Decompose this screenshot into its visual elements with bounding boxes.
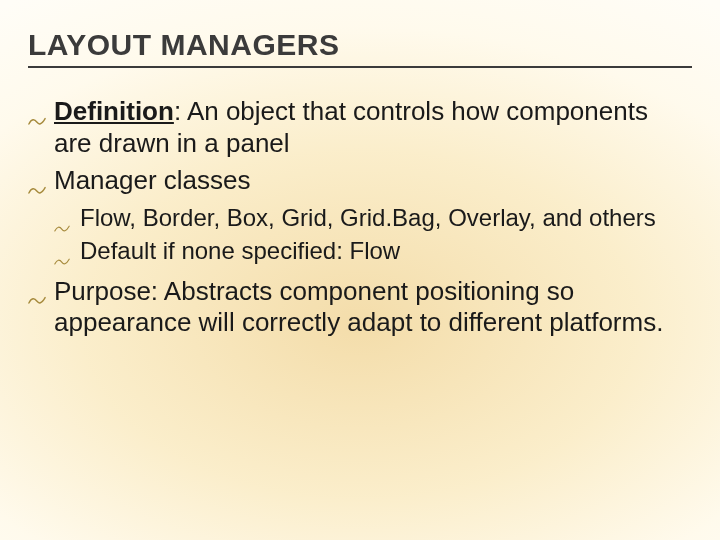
sub-bullet-list: Flow, Border, Box, Grid, Grid.Bag, Overl…	[54, 203, 692, 266]
bullet-purpose: Purpose: Abstracts component positioning…	[28, 276, 692, 339]
slide: LAYOUT MANAGERS Definition: An object th…	[0, 0, 720, 540]
bullet-manager-classes: Manager classes Flow, Border, Box, Grid,…	[28, 165, 692, 265]
title-block: LAYOUT MANAGERS	[0, 0, 720, 68]
slide-body: Definition: An object that controls how …	[0, 68, 720, 339]
sub-bullet-flow-list: Flow, Border, Box, Grid, Grid.Bag, Overl…	[54, 203, 692, 232]
manager-classes-lead: Manager classes	[54, 165, 251, 195]
flourish-icon	[28, 103, 46, 117]
bullet-list: Definition: An object that controls how …	[28, 96, 692, 339]
sub-flow-text: Flow, Border, Box, Grid, Grid.Bag, Overl…	[80, 204, 656, 231]
flourish-icon	[28, 283, 46, 297]
slide-title: LAYOUT MANAGERS	[28, 28, 692, 68]
flourish-icon	[54, 211, 70, 223]
sub-bullet-default: Default if none specified: Flow	[54, 236, 692, 265]
flourish-icon	[28, 173, 46, 187]
purpose-text: Purpose: Abstracts component positioning…	[54, 276, 663, 338]
sub-default-text: Default if none specified: Flow	[80, 237, 400, 264]
definition-lead: Definition	[54, 96, 174, 126]
flourish-icon	[54, 244, 70, 256]
bullet-definition: Definition: An object that controls how …	[28, 96, 692, 159]
